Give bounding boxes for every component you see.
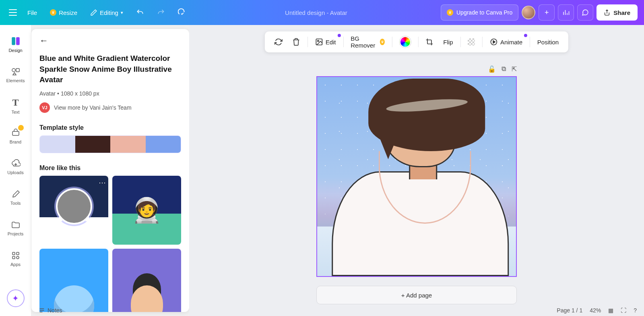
export-page-button[interactable]: ⇱ <box>512 65 517 73</box>
crop-button[interactable] <box>421 35 438 49</box>
edit-label: Edit <box>326 39 336 46</box>
chevron-down-icon: ▾ <box>121 10 123 15</box>
edit-image-button[interactable]: Edit <box>311 35 340 49</box>
page-indicator[interactable]: Page 1 / 1 <box>557 307 582 314</box>
color-palette[interactable] <box>39 135 181 153</box>
separator <box>460 37 460 47</box>
comment-button[interactable] <box>577 4 593 21</box>
canvas-character[interactable] <box>328 87 513 276</box>
tools-icon <box>11 189 21 199</box>
plus-icon: + <box>545 8 549 17</box>
rail-apps[interactable]: Apps <box>3 244 29 273</box>
palette-swatch <box>40 136 75 153</box>
rail-elements[interactable]: Elements <box>3 60 29 89</box>
template-panel: ← Blue and White Gradient Watercolor Spa… <box>31 29 189 312</box>
folder-icon <box>11 220 21 230</box>
menu-button[interactable] <box>6 6 19 19</box>
sparkle-icon: ✦ <box>12 293 19 303</box>
apps-icon <box>11 251 21 260</box>
rail-text-label: Text <box>11 110 19 114</box>
bg-remover-button[interactable]: BG Remover♛ <box>347 35 388 49</box>
author-link[interactable]: VJ View more by Vani Jain's Team <box>39 102 181 113</box>
help-button[interactable]: ? <box>634 307 637 314</box>
palette-swatch <box>75 136 111 153</box>
notes-icon <box>39 307 45 314</box>
rail-uploads[interactable]: Uploads <box>3 152 29 181</box>
notes-button[interactable]: Notes <box>39 307 62 314</box>
svg-rect-3 <box>16 69 19 72</box>
crop-icon <box>425 38 433 46</box>
rail-brand[interactable]: Brand <box>3 122 29 151</box>
color-picker-button[interactable] <box>395 35 415 49</box>
grid-view-button[interactable]: ▦ <box>608 307 613 314</box>
fullscreen-button[interactable]: ⛶ <box>621 307 626 314</box>
magic-button[interactable]: ✦ <box>7 289 25 307</box>
crown-icon: ♛ <box>447 9 453 16</box>
sync-button[interactable] <box>270 35 287 49</box>
template-card[interactable]: ⋯ <box>39 176 108 245</box>
template-type: Avatar <box>39 90 56 97</box>
svg-rect-5 <box>12 252 15 255</box>
separator <box>343 37 343 47</box>
separator <box>392 37 392 47</box>
svg-rect-1 <box>16 37 20 45</box>
template-card[interactable] <box>39 249 108 312</box>
rail-projects[interactable]: Projects <box>3 214 29 243</box>
insights-button[interactable] <box>558 4 574 21</box>
user-avatar[interactable] <box>522 6 535 19</box>
side-rail: Design Elements T Text Brand Uploads Too… <box>0 25 31 316</box>
color-wheel-icon <box>399 36 411 48</box>
redo-button[interactable] <box>152 6 170 19</box>
template-meta: Avatar • 1080 x 1080 px <box>39 90 181 97</box>
svg-rect-7 <box>12 256 15 259</box>
notification-dot <box>337 34 341 37</box>
share-label: Share <box>613 9 630 16</box>
undo-icon <box>136 8 144 17</box>
editing-label: Editing <box>100 9 118 16</box>
upgrade-button[interactable]: ♛Upgrade to Canva Pro <box>441 4 518 21</box>
delete-button[interactable] <box>288 35 304 49</box>
palette-swatch <box>110 136 146 153</box>
template-card[interactable]: 🧑‍🚀 <box>112 176 181 245</box>
adjust-icon <box>315 38 323 46</box>
upgrade-label: Upgrade to Canva Pro <box>456 9 512 16</box>
redo-icon <box>157 8 165 17</box>
notes-label: Notes <box>47 307 62 314</box>
design-icon <box>10 36 21 46</box>
design-title-input[interactable] <box>268 9 364 16</box>
template-title: Blue and White Gradient Watercolor Spark… <box>39 53 181 85</box>
rail-tools[interactable]: Tools <box>3 183 29 212</box>
design-canvas[interactable] <box>316 76 517 277</box>
svg-point-10 <box>317 40 318 42</box>
position-label: Position <box>537 39 559 46</box>
lock-button[interactable]: 🔓 <box>488 65 496 73</box>
more-icon[interactable]: ⋯ <box>99 178 106 187</box>
text-icon: T <box>12 97 19 108</box>
context-toolbar: Edit BG Remover♛ Flip Animate Position <box>265 31 568 52</box>
share-button[interactable]: Share <box>597 4 638 21</box>
position-button[interactable]: Position <box>533 35 563 49</box>
cloud-status[interactable] <box>173 6 192 19</box>
add-button[interactable]: + <box>539 4 555 21</box>
style-heading: Template style <box>39 124 181 131</box>
editing-dropdown[interactable]: Editing ▾ <box>85 6 128 19</box>
undo-button[interactable] <box>131 6 149 19</box>
resize-button[interactable]: ♛Resize <box>45 7 82 19</box>
add-page-button[interactable]: + Add page <box>316 286 517 304</box>
template-card[interactable] <box>112 249 181 312</box>
duplicate-page-button[interactable]: ⧉ <box>502 65 506 73</box>
flip-button[interactable]: Flip <box>439 35 457 49</box>
back-button[interactable]: ← <box>39 35 48 46</box>
transparency-button[interactable] <box>464 35 479 49</box>
more-like-this-grid: ⋯ 🧑‍🚀 <box>39 176 181 312</box>
svg-rect-6 <box>17 252 19 255</box>
zoom-level[interactable]: 42% <box>590 307 601 314</box>
rail-design[interactable]: Design <box>3 30 29 59</box>
svg-rect-0 <box>12 37 15 45</box>
rail-text[interactable]: T Text <box>3 91 29 120</box>
canvas-wrap: 🔓 ⧉ ⇱ + Add page <box>316 65 517 304</box>
svg-point-8 <box>17 256 19 259</box>
rail-projects-label: Projects <box>8 231 24 236</box>
file-menu[interactable]: File <box>23 7 42 19</box>
animate-button[interactable]: Animate <box>486 35 526 49</box>
